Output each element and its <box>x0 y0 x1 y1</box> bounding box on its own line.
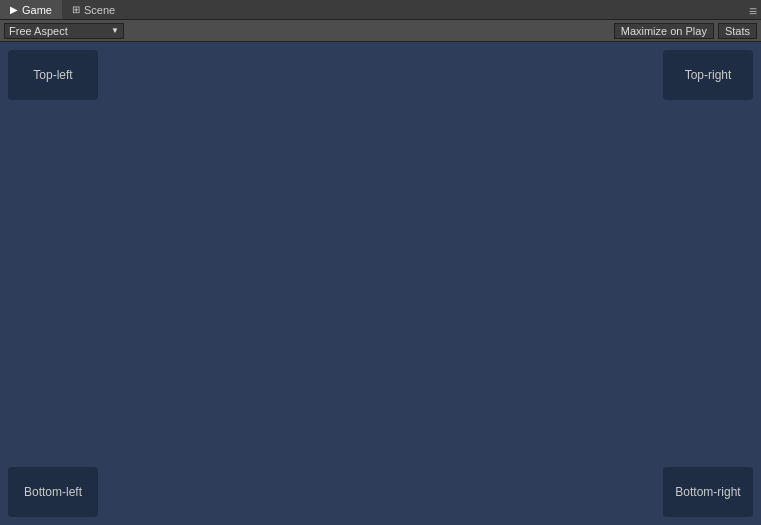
aspect-dropdown[interactable]: Free Aspect ▼ <box>4 23 124 39</box>
stats-button[interactable]: Stats <box>718 23 757 39</box>
game-toolbar: Free Aspect ▼ Maximize on Play Stats <box>0 20 761 42</box>
toolbar-right-buttons: Maximize on Play Stats <box>614 23 757 39</box>
aspect-label: Free Aspect <box>9 25 68 37</box>
top-right-button[interactable]: Top-right <box>663 50 753 100</box>
tab-bar: ▶ Game ⊞ Scene ≡ <box>0 0 761 20</box>
scene-tab-label: Scene <box>84 4 115 16</box>
scene-tab-icon: ⊞ <box>72 4 80 15</box>
tab-scene[interactable]: ⊞ Scene <box>62 0 125 19</box>
game-viewport: Top-left Top-right Bottom-left Bottom-ri… <box>0 42 761 525</box>
overflow-menu-icon[interactable]: ≡ <box>749 3 757 19</box>
bottom-left-button[interactable]: Bottom-left <box>8 467 98 517</box>
top-left-button[interactable]: Top-left <box>8 50 98 100</box>
dropdown-arrow-icon: ▼ <box>111 26 119 35</box>
game-tab-label: Game <box>22 4 52 16</box>
bottom-right-button[interactable]: Bottom-right <box>663 467 753 517</box>
maximize-on-play-button[interactable]: Maximize on Play <box>614 23 714 39</box>
game-tab-icon: ▶ <box>10 4 18 15</box>
tab-game[interactable]: ▶ Game <box>0 0 62 19</box>
